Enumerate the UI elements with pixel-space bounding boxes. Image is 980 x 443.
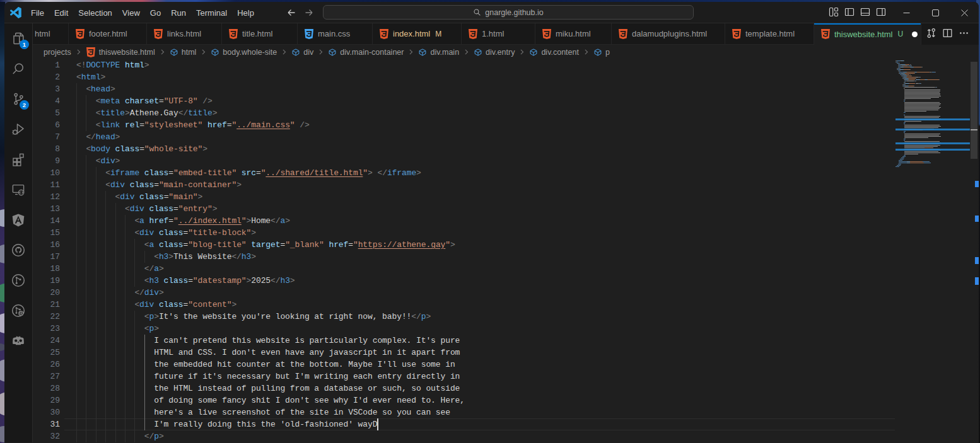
editor-scrollbar[interactable] <box>970 59 979 442</box>
activity-bar-item-search[interactable] <box>4 54 32 84</box>
customize-layout-button[interactable] <box>825 5 841 20</box>
breadcrumb-item-p[interactable]: p <box>593 48 610 57</box>
toggle-primary-sidebar-button[interactable] <box>841 5 857 20</box>
menu-terminal[interactable]: Terminal <box>191 6 232 20</box>
toggle-panel-button[interactable] <box>857 5 873 20</box>
tab-label: links.html <box>167 29 201 38</box>
minimap-line <box>904 121 921 122</box>
minimap-line <box>911 66 912 66</box>
maximize-button[interactable] <box>921 2 950 23</box>
nav-forward-button[interactable] <box>302 6 316 20</box>
minimap-line <box>904 112 906 113</box>
tab-1-html[interactable]: 1.html <box>462 23 535 45</box>
code-line-2: <html> <box>76 71 105 83</box>
breadcrumb-label: div <box>303 48 313 57</box>
menu-edit[interactable]: Edit <box>49 6 73 20</box>
menu-go[interactable]: Go <box>145 6 166 20</box>
nav-back-button[interactable] <box>284 6 298 20</box>
toggle-secondary-sidebar-button[interactable] <box>873 5 889 20</box>
minimap-line <box>907 72 914 72</box>
code-line-19: <h3 class="datestamp">2025</h3> <box>76 275 295 287</box>
code-line-23: <p> <box>76 323 159 335</box>
tab-thiswebsite-html[interactable]: thiswebsite.htmlU <box>814 23 921 45</box>
line-number: 18 <box>33 263 60 275</box>
close-button[interactable] <box>950 2 979 23</box>
line-number: 32 <box>33 430 60 442</box>
minimap-line <box>905 100 906 100</box>
code-line-12: <div class="main"> <box>76 191 202 203</box>
breadcrumb-item-body-whole-site[interactable]: body.whole-site <box>211 48 277 57</box>
command-center-search[interactable]: gnargle.github.io <box>323 5 694 20</box>
tab-footer-html[interactable]: footer.html <box>69 23 147 45</box>
minimap-line <box>905 73 914 74</box>
unsaved-dot[interactable] <box>912 32 918 37</box>
line-number: 16 <box>33 239 60 251</box>
tab-title-html[interactable]: title.html <box>222 23 298 45</box>
minimap-line <box>899 163 907 163</box>
minimap-line <box>900 68 901 69</box>
overview-decoration-mark <box>975 277 979 285</box>
code-line-20: </div> <box>76 287 164 299</box>
tab-html[interactable]: html <box>33 23 69 45</box>
activity-bar-item-git-graph[interactable] <box>4 265 32 296</box>
tab-links-html[interactable]: links.html <box>147 23 222 45</box>
activity-bar-item-remote-explorer[interactable] <box>4 175 32 205</box>
toggle-panel-icon <box>860 7 870 19</box>
activity-bar-item-source-control[interactable]: 2 <box>4 84 32 114</box>
tab-index-html[interactable]: index.htmlM <box>373 23 462 45</box>
menu-view[interactable]: View <box>117 6 145 20</box>
activity-bar-item-extensions[interactable] <box>4 144 32 175</box>
breadcrumb: projectsthiswebsite.htmlhtmlbody.whole-s… <box>33 45 979 59</box>
breadcrumb-item-projects[interactable]: projects <box>44 48 71 57</box>
breadcrumb-item-div-main-container[interactable]: div.main-container <box>328 48 404 57</box>
minimap-line <box>921 83 921 84</box>
minimap-highlight <box>895 142 970 144</box>
code-line-16: <a class="blog-title" target="_blank" hr… <box>76 239 455 251</box>
minimap[interactable] <box>895 59 970 442</box>
code-line-6: <link rel="stylesheet" href="../main.css… <box>76 119 310 131</box>
activity-badge: 1 <box>20 40 29 49</box>
scrollbar-thumb[interactable] <box>971 62 977 159</box>
breadcrumb-item-div-main[interactable]: div.main <box>418 48 459 57</box>
activity-bar-item-github[interactable] <box>4 235 32 265</box>
breadcrumb-label: thiswebsite.html <box>99 48 155 57</box>
breadcrumb-item-div[interactable]: div <box>291 48 313 57</box>
compare-changes-button[interactable] <box>923 26 939 42</box>
minimap-line <box>904 145 940 146</box>
minimize-button[interactable] <box>892 2 921 23</box>
breadcrumb-label: div.content <box>541 48 579 57</box>
menu-run[interactable]: Run <box>166 6 191 20</box>
minimap-line <box>905 84 906 85</box>
tab-template-html[interactable]: template.html <box>725 23 814 45</box>
activity-bar-item-git-graph-search[interactable] <box>4 296 32 326</box>
breadcrumb-item-div-entry[interactable]: div.entry <box>474 48 515 57</box>
activity-bar-item-angular[interactable] <box>4 205 32 235</box>
activity-bar-item-run-debug[interactable] <box>4 114 32 144</box>
activity-bar-item-explorer[interactable]: 1 <box>4 23 32 54</box>
menu-file[interactable]: File <box>26 6 49 20</box>
activity-bar-item-godot-tools[interactable] <box>4 326 32 356</box>
tab-miku-html[interactable]: miku.html <box>535 23 612 45</box>
split-editor-button[interactable] <box>939 26 955 42</box>
line-number: 8 <box>33 143 60 155</box>
breadcrumb-label: div.entry <box>486 48 515 57</box>
menu-help[interactable]: Help <box>232 6 259 20</box>
activity-badge: 2 <box>20 100 29 110</box>
overview-decoration-mark <box>975 257 979 264</box>
line-number: 7 <box>33 131 60 143</box>
menu-selection[interactable]: Selection <box>73 6 117 20</box>
more-actions-button[interactable] <box>955 26 972 42</box>
angular-shield-icon <box>11 212 26 227</box>
code-editor[interactable]: 1234567891011121314151617181920212223242… <box>33 59 979 442</box>
breadcrumb-item-thiswebsite-html[interactable]: thiswebsite.html <box>86 47 155 57</box>
breadcrumb-item-div-content[interactable]: div.content <box>529 48 579 57</box>
line-number: 10 <box>33 167 60 179</box>
minimap-line <box>895 166 899 167</box>
tab-dalamudplugins-html[interactable]: dalamudplugins.html <box>612 23 725 45</box>
minimap-line <box>920 77 921 78</box>
breadcrumb-item-html[interactable]: html <box>170 48 197 57</box>
tab-main-css[interactable]: main.css <box>298 23 373 45</box>
html-file-icon <box>153 29 163 39</box>
line-number: 24 <box>33 335 60 347</box>
minimap-line <box>904 67 911 67</box>
